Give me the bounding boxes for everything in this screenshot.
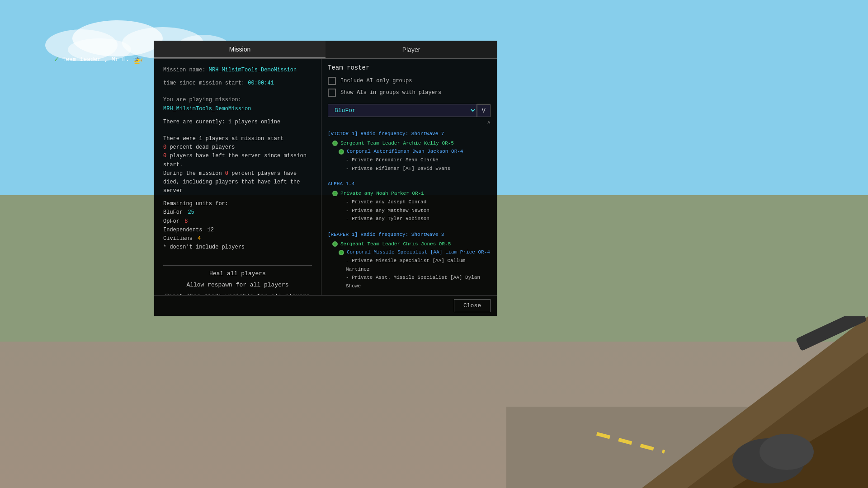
blufor-label: BluFor xyxy=(163,209,183,216)
sub-leader-icon-2: ⚙ xyxy=(339,250,344,255)
sub-leader-icon: ⚙ xyxy=(339,149,344,155)
opfor-value: 8 xyxy=(184,218,188,225)
opfor-row: OpFor 8 xyxy=(163,217,312,226)
unit-reaper1-sub1: ⚙ Corporal Missile Specialist [AA] Liam … xyxy=(328,248,491,257)
time-value: 00:00:41 xyxy=(248,80,274,86)
unit-reaper1-leader: ⚙ Sergeant Team Leader Chris Jones OR-5 xyxy=(328,240,491,249)
independents-value: 12 xyxy=(208,227,214,233)
group-reaper1-header: [REAPER 1] Radio frequency: Shortwave 3 xyxy=(328,230,491,239)
playing-value: MRH_MilsimTools_DemoMission xyxy=(163,106,251,112)
leader-icon: ⚙ xyxy=(332,141,338,146)
include-ai-row: Include AI only groups xyxy=(328,77,491,85)
time-label: time since mission start: xyxy=(163,80,245,86)
show-ai-checkbox[interactable] xyxy=(328,89,336,97)
time-section: time since mission start: 00:00:41 xyxy=(163,79,312,88)
tab-player[interactable]: Player xyxy=(326,41,497,58)
died-prefix: During the mission xyxy=(163,170,225,177)
unit-alpha14-m2: - Private any Matthew Newton xyxy=(328,206,491,215)
content-area: Mission name: MRH_MilsimTools_DemoMissio… xyxy=(154,59,497,295)
blufor-row: BluFor 25 xyxy=(163,208,312,217)
group-alpha14-header: ALPHA 1-4 xyxy=(328,180,491,188)
divider-1 xyxy=(163,265,312,266)
playing-section: You are playing mission: MRH_MilsimTools… xyxy=(163,96,312,113)
group-divider-3 xyxy=(328,291,491,295)
unit-victor1-sub1: ⚙ Corporal Autorifleman Dwan Jackson OR-… xyxy=(328,147,491,156)
check-icon: ✓ xyxy=(54,55,59,64)
roster-scroll-container: ^ [VICTOR 1] Radio frequency: Shortwave … xyxy=(328,121,491,295)
unit-victor1-leader: ⚙ Sergeant Team Leader Archie Kelly OR-5 xyxy=(328,139,491,148)
unit-reaper1-m1: - Private Missile Specialist [AA] Callum… xyxy=(328,257,491,273)
playing-label: You are playing mission: xyxy=(163,97,241,103)
opfor-label: OpFor xyxy=(163,218,179,225)
remaining-label: Remaining units for: xyxy=(163,200,312,208)
include-ai-label: Include AI only groups xyxy=(340,78,412,84)
faction-dropdown-btn[interactable]: V xyxy=(477,104,491,117)
roster-title: Team roster xyxy=(328,64,491,71)
tab-bar: Mission Player xyxy=(154,41,497,59)
dialog-footer: Close xyxy=(154,295,497,316)
unit-alpha14-m1: - Private any Joseph Conrad xyxy=(328,198,491,206)
faction-select[interactable]: BluFor OpFor Independents Civilians xyxy=(328,104,477,117)
civilians-row: Civilians 4 xyxy=(163,235,312,243)
independents-label: Independents xyxy=(163,227,202,233)
helicopter-icon: 🚁 xyxy=(133,54,143,64)
roster-panel: Team roster Include AI only groups Show … xyxy=(321,59,497,295)
civilians-label: Civilians xyxy=(163,235,193,242)
left-server-text: players have left the server since missi… xyxy=(163,153,307,168)
civilians-value: 4 xyxy=(198,235,201,242)
leader-icon-3: ⚙ xyxy=(332,241,338,247)
died-value: 0 xyxy=(225,170,228,177)
actions-section: Heal all players Allow respawn for all p… xyxy=(163,257,312,295)
scroll-up-arrow[interactable]: ^ xyxy=(328,121,491,127)
mission-panel: Mission name: MRH_MilsimTools_DemoMissio… xyxy=(154,59,321,295)
tab-mission[interactable]: Mission xyxy=(154,41,326,58)
faction-select-row: BluFor OpFor Independents Civilians V xyxy=(328,104,491,117)
weapon-overlay xyxy=(506,316,868,488)
heal-all-button[interactable]: Heal all players xyxy=(163,270,312,277)
show-ai-label: Show AIs in groups with players xyxy=(340,89,441,96)
main-dialog: Mission Player Mission name: MRH_MilsimT… xyxy=(154,41,497,316)
blufor-value: 25 xyxy=(188,209,194,216)
close-button[interactable]: Close xyxy=(454,299,491,312)
players-online: There are curently: 1 players online xyxy=(163,119,280,125)
unit-alpha14-m3: - Private any Tyler Robinson xyxy=(328,215,491,223)
unit-reaper1-m2: - Private Asst. Missile Specialist [AA] … xyxy=(328,273,491,290)
mission-name-section: Mission name: MRH_MilsimTools_DemoMissio… xyxy=(163,66,312,75)
unit-victor1-m1: - Private Grenadier Sean Clarke xyxy=(328,156,491,164)
group-victor1-header: [VICTOR 1] Radio frequency: Shortwave 7 xyxy=(328,130,491,138)
left-server-value: 0 xyxy=(163,153,166,159)
svg-point-7 xyxy=(760,434,814,470)
players-at-start: There were 1 players at mission start xyxy=(163,135,312,143)
hud-top-left: ✓ Team leader , Mr H. 🚁 xyxy=(54,54,143,64)
independents-row: Independents 12 xyxy=(163,226,312,235)
dead-players-row: 0 percent dead players xyxy=(163,143,312,152)
left-server-row: 0 players have left the server since mis… xyxy=(163,152,312,169)
civilians-note: * doesn't include players xyxy=(163,243,312,252)
roster-list[interactable]: [VICTOR 1] Radio frequency: Shortwave 7 … xyxy=(328,127,491,295)
died-row: During the mission 0 percent players hav… xyxy=(163,169,312,196)
players-online-section: There are curently: 1 players online xyxy=(163,118,312,127)
dead-players-value: 0 xyxy=(163,144,166,150)
unit-victor1-m2: - Private Rifleman [AT] David Evans xyxy=(328,164,491,173)
group-divider-1 xyxy=(328,173,491,177)
team-leader-label: Team leader , Mr H. xyxy=(62,56,129,63)
mission-name-label: Mission name: xyxy=(163,67,206,73)
include-ai-checkbox[interactable] xyxy=(328,77,336,85)
mission-name-value: MRH_MilsimTools_DemoMission xyxy=(209,67,297,73)
dead-players-suffix: percent dead players xyxy=(170,144,235,150)
leader-icon-2: ⚙ xyxy=(332,191,338,196)
group-divider-2 xyxy=(328,223,491,228)
show-ai-row: Show AIs in groups with players xyxy=(328,89,491,97)
allow-respawn-button[interactable]: Allow respawn for all players xyxy=(163,282,312,288)
unit-alpha14-leader: ⚙ Private any Noah Parker OR-1 xyxy=(328,189,491,198)
